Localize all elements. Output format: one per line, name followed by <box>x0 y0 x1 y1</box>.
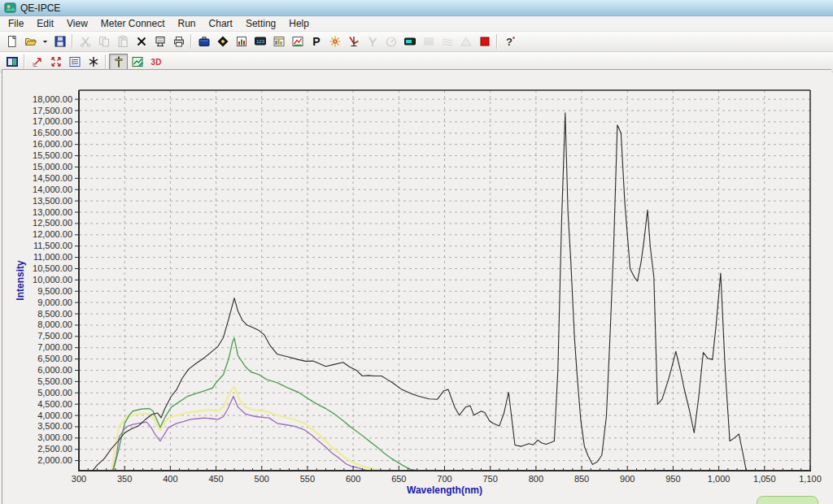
zoom-window-button[interactable] <box>28 54 46 71</box>
menu-view[interactable]: View <box>60 16 94 31</box>
sparkle-icon <box>329 35 342 48</box>
wizard-button[interactable] <box>213 33 232 50</box>
spectrum-chart[interactable]: 2,000.002,500.003,000.003,500.004,000.00… <box>7 72 827 504</box>
menu-file[interactable]: File <box>2 16 30 31</box>
bar-chart-icon <box>235 35 248 48</box>
print-button[interactable] <box>169 33 188 50</box>
svg-text:8,500.00: 8,500.00 <box>37 309 72 319</box>
svg-text:300: 300 <box>72 474 86 484</box>
probe-button[interactable] <box>344 33 363 50</box>
svg-text:13,500.00: 13,500.00 <box>33 196 72 206</box>
y-axis-title: Intensity <box>15 260 26 301</box>
svg-text:3D: 3D <box>150 58 161 67</box>
toolbar-separator <box>105 54 107 69</box>
chart-edit-button[interactable] <box>128 54 146 71</box>
app-icon <box>4 2 16 14</box>
svg-text:15,000.00: 15,000.00 <box>33 162 72 172</box>
crosshair-button[interactable] <box>109 54 128 71</box>
series-purple <box>113 397 367 471</box>
menu-meter-connect[interactable]: Meter Connect <box>94 16 172 31</box>
display-123-button[interactable]: 123 <box>251 33 269 50</box>
menu-setting[interactable]: Setting <box>239 16 282 31</box>
zoom-extents-button[interactable] <box>46 54 65 71</box>
menu-edit[interactable]: Edit <box>30 16 60 31</box>
asterisk-icon <box>87 55 100 68</box>
chart-client-area: 2,000.002,500.003,000.003,500.004,000.00… <box>2 69 831 504</box>
probe-2-button <box>363 33 382 50</box>
view-3d-button[interactable]: 3D <box>146 54 165 71</box>
lamp-warning-button <box>456 33 475 50</box>
chart-gallery-button[interactable] <box>269 33 288 50</box>
menu-run[interactable]: Run <box>172 16 203 31</box>
screen-icon <box>154 35 167 48</box>
svg-text:6,000.00: 6,000.00 <box>37 365 72 375</box>
copy-icon <box>98 35 111 48</box>
app-window: QE-IPCE FileEditViewMeter ConnectRunChar… <box>0 0 833 504</box>
legend-button[interactable] <box>65 54 84 71</box>
power-button[interactable]: P <box>307 33 325 50</box>
help-button[interactable]: ? <box>500 33 519 50</box>
diamond-icon <box>216 35 229 48</box>
svg-text:14,500.00: 14,500.00 <box>33 173 72 183</box>
probe-red-icon <box>347 35 360 48</box>
multimeter-button[interactable] <box>400 33 419 50</box>
svg-text:3,000.00: 3,000.00 <box>37 432 72 442</box>
open-button[interactable] <box>21 33 40 50</box>
arrows-expand-icon <box>50 55 63 68</box>
printer-icon <box>172 35 185 48</box>
svg-text:350: 350 <box>117 474 132 484</box>
toolbar-separator <box>24 54 25 69</box>
lcd-meter-icon <box>403 35 416 48</box>
save-button[interactable] <box>50 33 69 50</box>
barcode-button <box>419 33 438 50</box>
scissors-icon <box>79 35 92 48</box>
dagger-cross-icon <box>112 55 125 68</box>
svg-text:5,000.00: 5,000.00 <box>37 388 72 398</box>
copy-button <box>94 33 113 50</box>
lamp-button[interactable] <box>325 33 344 50</box>
x-axis-title: Wavelength(nm) <box>407 484 482 496</box>
menu-chart[interactable]: Chart <box>203 16 239 31</box>
monitor-123-icon: 123 <box>254 35 267 48</box>
series-black <box>93 113 746 471</box>
text-3d-icon: 3D <box>150 55 163 68</box>
open-dropdown-button[interactable] <box>40 33 50 50</box>
x-mark-icon <box>135 35 148 48</box>
report-view-button[interactable] <box>2 54 21 71</box>
menu-bar: FileEditViewMeter ConnectRunChartSetting… <box>0 16 833 32</box>
svg-text:17,000.00: 17,000.00 <box>33 116 72 126</box>
svg-text:550: 550 <box>300 474 315 484</box>
report-book-icon <box>6 55 19 68</box>
svg-text:4,500.00: 4,500.00 <box>37 399 72 409</box>
series-group <box>93 113 746 471</box>
toolbar-separator <box>190 34 192 49</box>
screen-button[interactable] <box>150 33 169 50</box>
svg-text:16,000.00: 16,000.00 <box>33 139 72 149</box>
bar-chart-button[interactable] <box>232 33 251 50</box>
toolbar-separator <box>496 34 498 49</box>
svg-text:450: 450 <box>208 474 223 484</box>
delete-button[interactable] <box>132 33 150 50</box>
svg-text:15,500.00: 15,500.00 <box>33 150 72 160</box>
svg-text:11,000.00: 11,000.00 <box>33 252 72 262</box>
star-marker-button[interactable] <box>84 54 102 71</box>
caret-down-icon <box>41 35 50 48</box>
svg-text:1,100: 1,100 <box>799 474 822 484</box>
svg-text:900: 900 <box>620 474 635 484</box>
paste-button <box>113 33 132 50</box>
svg-text:800: 800 <box>529 474 543 484</box>
svg-text:700: 700 <box>437 474 451 484</box>
background-window-corner <box>757 496 818 504</box>
gridlines <box>79 90 810 471</box>
new-button[interactable] <box>2 33 21 50</box>
menu-help[interactable]: Help <box>282 16 316 31</box>
gauge-icon <box>385 35 398 48</box>
svg-text:4,000.00: 4,000.00 <box>37 411 72 420</box>
svg-text:8,000.00: 8,000.00 <box>37 319 72 329</box>
import-data-button[interactable] <box>194 33 213 50</box>
svg-text:850: 850 <box>574 474 589 484</box>
chart-gallery-icon <box>273 35 286 48</box>
stop-button[interactable] <box>475 33 494 50</box>
svg-text:12,000.00: 12,000.00 <box>33 229 72 239</box>
chart-adjust-button[interactable] <box>288 33 307 50</box>
